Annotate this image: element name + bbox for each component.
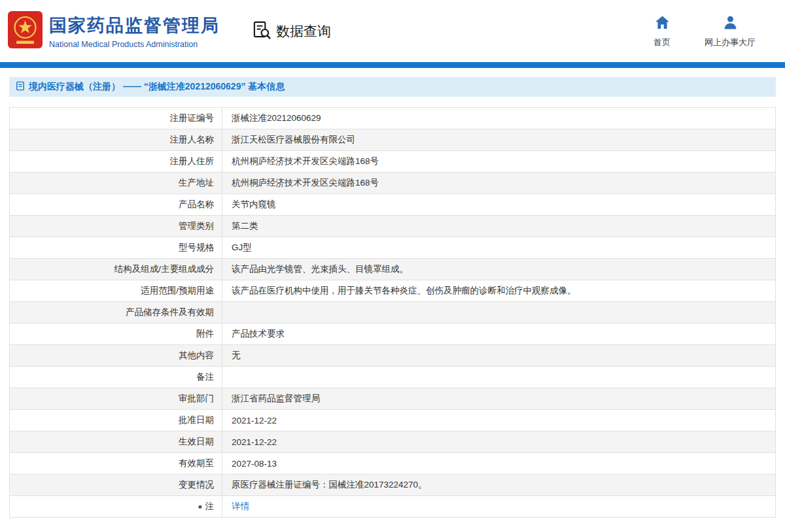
data-query-section[interactable]: 数据查询 <box>253 20 331 42</box>
table-row: 附件产品技术要求 <box>10 324 775 345</box>
nav-service-hall-label: 网上办事大厅 <box>705 37 756 48</box>
row-value <box>222 367 775 388</box>
row-label: 审批部门 <box>10 388 222 409</box>
table-row: 生产地址杭州桐庐经济技术开发区尖端路168号 <box>10 173 775 194</box>
table-row: 审批部门浙江省药品监督管理局 <box>10 388 775 410</box>
row-value: 关节内窥镜 <box>222 194 775 215</box>
row-value: 浙械注准20212060629 <box>222 108 775 129</box>
row-value: 杭州桐庐经济技术开发区尖端路168号 <box>222 151 775 172</box>
table-row: 管理类别第二类 <box>10 216 775 237</box>
row-value: 杭州桐庐经济技术开发区尖端路168号 <box>222 173 775 193</box>
table-row: 变更情况原医疗器械注册证编号：国械注准20173224270。 <box>10 474 775 496</box>
row-label: 批准日期 <box>10 410 222 431</box>
row-value: 原医疗器械注册证编号：国械注准20173224270。 <box>222 474 775 495</box>
row-value: 产品技术要求 <box>222 324 775 344</box>
row-label: 产品储存条件及有效期 <box>10 302 222 323</box>
row-label: 生效日期 <box>10 431 222 452</box>
table-row: 其他内容无 <box>10 345 775 367</box>
note-icon: ● <box>198 503 202 510</box>
home-icon <box>654 14 671 33</box>
row-label: ●注 <box>10 496 222 517</box>
row-value: 2021-12-22 <box>222 410 775 431</box>
row-value: GJ型 <box>222 237 775 258</box>
nav-home-label: 首页 <box>654 37 671 48</box>
page-title-bar: 境内医疗器械（注册） —— “浙械注准20212060629” 基本信息 <box>9 77 776 97</box>
row-label: 附件 <box>10 324 222 344</box>
row-value: 无 <box>222 345 775 366</box>
user-icon <box>722 14 739 33</box>
row-value: 浙江省药品监督管理局 <box>222 388 775 409</box>
org-name-en: National Medical Products Administration <box>49 40 220 49</box>
page-title: 境内医疗器械（注册） —— “浙械注准20212060629” 基本信息 <box>29 81 285 93</box>
row-label: 注册人名称 <box>10 129 222 150</box>
row-label: 其他内容 <box>10 345 222 366</box>
table-row: 注册证编号浙械注准20212060629 <box>10 108 775 129</box>
row-value: 2021-12-22 <box>222 431 775 452</box>
row-value: 该产品在医疗机构中使用，用于膝关节各种炎症、创伤及肿瘤的诊断和治疗中观察成像。 <box>222 280 775 301</box>
row-value: 该产品由光学镜管、光束插头、目镜罩组成。 <box>222 259 775 280</box>
row-value <box>222 302 775 323</box>
site-header: 国家药品监督管理局 National Medical Products Admi… <box>0 0 785 62</box>
table-row: 生效日期2021-12-22 <box>10 431 775 453</box>
row-label: 备注 <box>10 367 222 388</box>
row-label: 变更情况 <box>10 474 222 495</box>
brand-home-link[interactable]: 国家药品监督管理局 National Medical Products Admi… <box>8 11 220 51</box>
table-row: 产品储存条件及有效期 <box>10 302 775 324</box>
info-table: 注册证编号浙械注准20212060629注册人名称浙江天松医疗器械股份有限公司注… <box>9 107 776 518</box>
row-value: 详情 <box>222 496 775 517</box>
header-divider-bar <box>0 62 785 68</box>
row-label: 有效期至 <box>10 453 222 474</box>
row-label: 型号规格 <box>10 237 222 258</box>
table-row: 型号规格GJ型 <box>10 237 775 259</box>
row-label: 注册人住所 <box>10 151 222 172</box>
table-row: 产品名称关节内窥镜 <box>10 194 775 216</box>
data-query-label: 数据查询 <box>276 22 331 41</box>
brand-text: 国家药品监督管理局 National Medical Products Admi… <box>49 14 220 49</box>
org-name-cn: 国家药品监督管理局 <box>49 14 220 37</box>
table-row: 有效期至2027-08-13 <box>10 453 775 474</box>
row-value: 浙江天松医疗器械股份有限公司 <box>222 129 775 150</box>
table-row: 注册人名称浙江天松医疗器械股份有限公司 <box>10 129 775 151</box>
detail-link[interactable]: 详情 <box>232 501 249 512</box>
row-label: 注册证编号 <box>10 108 222 129</box>
data-query-icon <box>253 20 271 42</box>
main-content: 境内医疗器械（注册） —— “浙械注准20212060629” 基本信息 注册证… <box>0 68 785 518</box>
nav-item-home[interactable]: 首页 <box>654 14 671 48</box>
row-label: 管理类别 <box>10 216 222 237</box>
table-row: ●注详情 <box>10 496 775 518</box>
table-row: 适用范围/预期用途该产品在医疗机构中使用，用于膝关节各种炎症、创伤及肿瘤的诊断和… <box>10 280 775 302</box>
row-label: 生产地址 <box>10 173 222 193</box>
national-emblem-logo <box>8 11 43 51</box>
row-value: 2027-08-13 <box>222 453 775 474</box>
table-row: 批准日期2021-12-22 <box>10 410 775 431</box>
row-label: 适用范围/预期用途 <box>10 280 222 301</box>
row-value: 第二类 <box>222 216 775 237</box>
table-row: 备注 <box>10 367 775 388</box>
row-label: 结构及组成/主要组成成分 <box>10 259 222 280</box>
row-label: 产品名称 <box>10 194 222 215</box>
table-row: 结构及组成/主要组成成分该产品由光学镜管、光束插头、目镜罩组成。 <box>10 259 775 280</box>
top-nav: 首页 网上办事大厅 <box>654 14 756 48</box>
document-icon <box>16 81 25 93</box>
table-row: 注册人住所杭州桐庐经济技术开发区尖端路168号 <box>10 151 775 173</box>
nav-item-service-hall[interactable]: 网上办事大厅 <box>705 14 756 48</box>
